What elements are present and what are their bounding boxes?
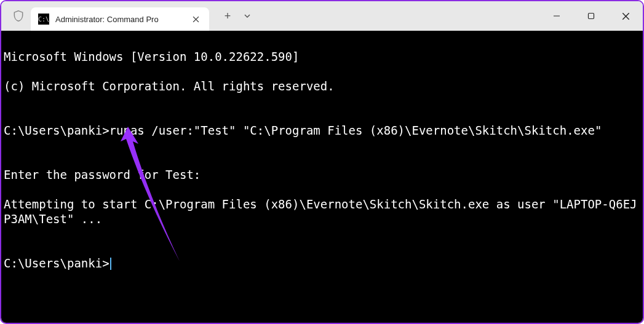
prompt-command: runas /user:"Test" "C:\Program Files (x8… bbox=[109, 124, 602, 137]
tab-cmd-administrator[interactable]: C:\ Administrator: Command Pro bbox=[31, 7, 209, 31]
cmd-icon: C:\ bbox=[38, 14, 49, 25]
window-controls bbox=[539, 1, 643, 31]
terminal-output[interactable]: Microsoft Windows [Version 10.0.22622.59… bbox=[1, 31, 643, 323]
tab-title: Administrator: Command Pro bbox=[55, 15, 159, 24]
titlebar: C:\ Administrator: Command Pro + bbox=[1, 1, 643, 31]
tab-dropdown-button[interactable] bbox=[244, 12, 251, 20]
close-window-button[interactable] bbox=[608, 1, 643, 31]
text-cursor bbox=[110, 258, 111, 270]
terminal-line: (c) Microsoft Corporation. All rights re… bbox=[4, 79, 640, 93]
prompt-prefix: C:\Users\panki> bbox=[4, 124, 109, 137]
close-tab-icon[interactable] bbox=[189, 13, 202, 25]
terminal-line: Attempting to start C:\Program Files (x8… bbox=[4, 197, 640, 226]
terminal-line: C:\Users\panki> bbox=[4, 256, 640, 271]
prompt-prefix: C:\Users\panki> bbox=[4, 256, 109, 270]
minimize-button[interactable] bbox=[539, 1, 574, 31]
shield-icon bbox=[11, 9, 26, 23]
new-tab-button[interactable]: + bbox=[220, 10, 235, 23]
terminal-line: Microsoft Windows [Version 10.0.22622.59… bbox=[4, 49, 640, 64]
maximize-button[interactable] bbox=[574, 1, 608, 31]
terminal-line: Enter the password for Test: bbox=[4, 167, 640, 182]
terminal-line: C:\Users\panki>runas /user:"Test" "C:\Pr… bbox=[4, 123, 640, 138]
svg-rect-3 bbox=[589, 14, 594, 19]
